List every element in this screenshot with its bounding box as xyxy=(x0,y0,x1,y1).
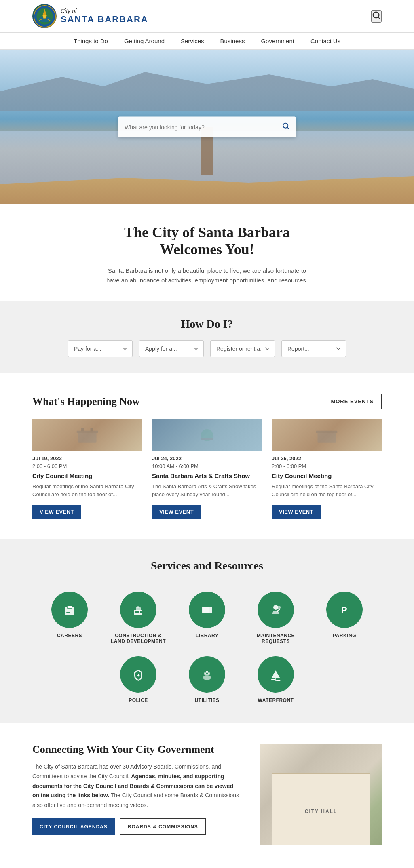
svg-rect-15 xyxy=(318,432,336,443)
nav-government[interactable]: Government xyxy=(261,38,294,44)
report-dropdown[interactable]: Report... xyxy=(281,340,346,357)
view-event-button-3[interactable]: VIEW EVENT xyxy=(272,505,321,519)
how-do-i-heading: How Do I? xyxy=(32,318,382,331)
how-do-i-section: How Do I? Pay for a... Apply for a... Re… xyxy=(0,301,414,373)
register-rent-dropdown[interactable]: Register or rent a... xyxy=(210,340,275,357)
city-gov-text: Connecting With Your City Government The… xyxy=(32,744,244,835)
svg-line-6 xyxy=(378,17,380,19)
utilities-label: UTILITIES xyxy=(194,697,219,703)
event-image-2 xyxy=(152,419,262,451)
svg-point-4 xyxy=(42,14,46,18)
nav-things-to-do[interactable]: Things to Do xyxy=(74,38,108,44)
hero-search-button[interactable] xyxy=(276,117,296,137)
welcome-description: Santa Barbara is not only a beautiful pl… xyxy=(106,266,308,285)
apply-for-dropdown-wrap: Apply for a... xyxy=(139,340,204,357)
event-image-1 xyxy=(32,419,142,451)
city-seal xyxy=(32,4,57,28)
service-waterfront[interactable]: WATERFRONT xyxy=(247,656,304,703)
events-heading: What's Happening Now xyxy=(32,396,140,408)
waterfront-label: WATERFRONT xyxy=(258,697,294,703)
event-time-3: 2:00 - 6:00 PM xyxy=(272,463,382,469)
pay-for-dropdown[interactable]: Pay for a... xyxy=(68,340,133,357)
event-time-1: 2:00 - 6:00 PM xyxy=(32,463,142,469)
events-section: What's Happening Now MORE EVENTS Jul 19,… xyxy=(0,373,414,539)
event-title-2: Santa Barbara Arts & Crafts Show xyxy=(152,472,262,479)
careers-label: CAREERS xyxy=(57,633,82,638)
construction-icon xyxy=(120,592,156,628)
svg-rect-26 xyxy=(137,611,139,613)
svg-rect-23 xyxy=(137,606,139,608)
police-icon: ✦ xyxy=(120,656,156,693)
more-events-button[interactable]: MORE EVENTS xyxy=(323,394,382,409)
dropdowns-row: Pay for a... Apply for a... Register or … xyxy=(32,340,382,357)
utilities-icon xyxy=(189,656,225,693)
svg-rect-12 xyxy=(91,428,94,431)
service-construction[interactable]: CONSTRUCTION & LAND DEVELOPMENT xyxy=(110,592,167,644)
library-icon xyxy=(189,592,225,628)
svg-rect-29 xyxy=(205,607,207,614)
city-council-agendas-button[interactable]: CITY COUNCIL AGENDAS xyxy=(32,818,115,835)
svg-point-36 xyxy=(203,675,211,680)
svg-text:✦: ✦ xyxy=(137,673,140,678)
view-event-button-1[interactable]: VIEW EVENT xyxy=(32,505,81,519)
city-gov-buttons: CITY COUNCIL AGENDAS BOARDS & COMMISSION… xyxy=(32,818,244,835)
service-maintenance[interactable]: MAINTENANCE REQUESTS xyxy=(247,592,304,644)
register-rent-dropdown-wrap: Register or rent a... xyxy=(210,340,275,357)
event-card-3: Jul 26, 2022 2:00 - 6:00 PM City Council… xyxy=(272,419,382,519)
svg-text:P: P xyxy=(341,605,347,615)
nav-business[interactable]: Business xyxy=(220,38,245,44)
services-section: Services and Resources CAREERS xyxy=(0,539,414,723)
city-gov-section: Connecting With Your City Government The… xyxy=(0,723,414,865)
event-desc-1: Regular meetings of the Santa Barbara Ci… xyxy=(32,482,142,498)
pay-for-dropdown-wrap: Pay for a... xyxy=(68,340,133,357)
event-card-1: Jul 19, 2022 2:00 - 6:00 PM City Council… xyxy=(32,419,142,519)
city-gov-heading: Connecting With Your City Government xyxy=(32,744,244,756)
nav-contact-us[interactable]: Contact Us xyxy=(310,38,340,44)
site-header: City of SANTA BARBARA xyxy=(0,0,414,33)
services-heading: Services and Resources xyxy=(32,559,382,572)
city-gov-paragraph: The City of Santa Barbara has over 30 Ad… xyxy=(32,762,244,810)
event-desc-2: The Santa Barbara Arts & Crafts Show tak… xyxy=(152,482,262,498)
boards-commissions-button[interactable]: BOARDS & COMMISSIONS xyxy=(120,818,206,835)
event-date-1: Jul 19, 2022 xyxy=(32,455,142,461)
library-label: LIBRARY xyxy=(196,633,218,638)
svg-rect-11 xyxy=(81,428,84,431)
welcome-title: The City of Santa Barbara Welcomes You! xyxy=(32,224,382,258)
service-utilities[interactable]: UTILITIES xyxy=(179,656,235,703)
header-search-button[interactable] xyxy=(371,10,382,23)
svg-rect-19 xyxy=(66,611,73,611)
services-divider xyxy=(32,579,382,579)
city-name-italic: City of xyxy=(61,8,148,14)
maintenance-icon xyxy=(258,592,294,628)
hero-search-input[interactable] xyxy=(118,118,276,136)
logo-area[interactable]: City of SANTA BARBARA xyxy=(32,4,148,28)
nav-services[interactable]: Services xyxy=(181,38,204,44)
event-date-3: Jul 26, 2022 xyxy=(272,455,382,461)
svg-rect-20 xyxy=(66,612,70,613)
apply-for-dropdown[interactable]: Apply for a... xyxy=(139,340,204,357)
svg-rect-30 xyxy=(207,607,209,614)
events-header: What's Happening Now MORE EVENTS xyxy=(32,394,382,409)
svg-marker-37 xyxy=(272,670,280,678)
service-careers[interactable]: CAREERS xyxy=(41,592,98,644)
construction-label: CONSTRUCTION & LAND DEVELOPMENT xyxy=(110,633,167,644)
hero-search-bar[interactable] xyxy=(118,117,296,137)
maintenance-label: MAINTENANCE REQUESTS xyxy=(247,633,304,644)
nav-getting-around[interactable]: Getting Around xyxy=(124,38,165,44)
event-date-2: Jul 24, 2022 xyxy=(152,455,262,461)
service-parking[interactable]: P PARKING xyxy=(316,592,373,644)
report-dropdown-wrap: Report... xyxy=(281,340,346,357)
service-library[interactable]: LIBRARY xyxy=(179,592,235,644)
city-name-main: SANTA BARBARA xyxy=(61,15,148,24)
view-event-button-2[interactable]: VIEW EVENT xyxy=(152,505,201,519)
waterfront-icon xyxy=(258,656,294,693)
event-title-3: City Council Meeting xyxy=(272,472,382,479)
services-grid: CAREERS CONSTRUCTION & LAND DEVELOPMENT xyxy=(32,592,382,703)
service-police[interactable]: ✦ POLICE xyxy=(110,656,167,703)
parking-icon: P xyxy=(326,592,363,628)
event-card-2: Jul 24, 2022 10:00 AM - 6:00 PM Santa Ba… xyxy=(152,419,262,519)
svg-rect-25 xyxy=(140,611,142,613)
svg-rect-9 xyxy=(78,432,97,443)
svg-rect-28 xyxy=(203,607,205,614)
events-grid: Jul 19, 2022 2:00 - 6:00 PM City Council… xyxy=(32,419,382,519)
